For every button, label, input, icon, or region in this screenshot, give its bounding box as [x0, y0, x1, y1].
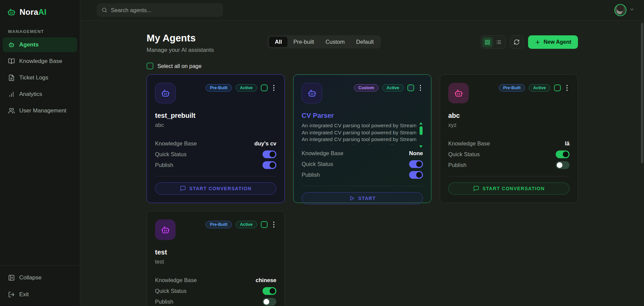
sidebar-section-label: MANAGEMENT [0, 23, 80, 37]
chevron-down-icon[interactable] [629, 7, 635, 13]
knowledge-base-label: Knowledge Base [448, 140, 490, 147]
scroll-thumb[interactable] [420, 126, 423, 135]
card-select-checkbox[interactable] [407, 84, 414, 91]
card-select-checkbox[interactable] [554, 84, 561, 91]
start-conversation-button[interactable]: START CONVERSATION [448, 182, 570, 195]
status-badge: Active [236, 221, 257, 228]
bot-icon [160, 225, 171, 235]
user-avatar[interactable] [614, 4, 626, 16]
publish-toggle[interactable] [409, 171, 423, 179]
search-box[interactable] [97, 3, 223, 17]
scroll-down-icon[interactable] [419, 145, 423, 148]
sidebar-item-ticket-logs[interactable]: Ticket Logs [3, 70, 77, 85]
agent-card-cv-parser[interactable]: Custom Active CV Parser An integrated CV… [293, 74, 431, 203]
knowledge-base-value: None [409, 150, 423, 157]
agent-avatar [155, 83, 176, 103]
status-badge: Active [382, 84, 404, 92]
more-menu-icon[interactable] [271, 220, 277, 229]
knowledge-base-label: Knowledge Base [155, 277, 197, 283]
knowledge-base-value: chinese [256, 277, 276, 283]
list-icon [496, 39, 501, 45]
agent-subtitle: abc [155, 122, 276, 128]
status-badge: Active [529, 84, 550, 92]
panel-left-close-icon [8, 274, 15, 281]
publish-label: Publish [448, 162, 466, 168]
page-subtitle: Manage your AI assistants [147, 47, 214, 54]
tab-default[interactable]: Default [350, 37, 379, 47]
main-content: My Agents Manage your AI assistants All … [81, 21, 644, 306]
search-input[interactable] [111, 7, 218, 13]
agent-name: CV Parser [302, 112, 423, 120]
agent-card-test-prebuilt[interactable]: Pre-Built Active test_prebuilt abc Knowl… [147, 74, 285, 203]
page-scrollbar[interactable] [641, 23, 643, 163]
new-agent-button[interactable]: New Agent [528, 35, 578, 49]
agent-card-grid: Pre-Built Active test_prebuilt abc Knowl… [147, 74, 578, 306]
view-toggle [481, 35, 505, 49]
select-all-label: Select all on page [157, 63, 202, 69]
status-badge: Active [236, 84, 257, 92]
more-menu-icon[interactable] [564, 83, 570, 92]
sidebar: NoraAI MANAGEMENT Agents Knowledge Base … [0, 0, 80, 306]
page-title: My Agents [147, 33, 214, 44]
card-select-checkbox[interactable] [261, 84, 268, 91]
agent-name: abc [448, 112, 570, 120]
sidebar-exit-button[interactable]: Exit [3, 287, 77, 302]
more-menu-icon[interactable] [418, 83, 423, 92]
quick-status-toggle[interactable] [263, 287, 276, 295]
agent-description: An integrated CV parsing tool powered by… [302, 122, 416, 145]
start-button[interactable]: START [302, 192, 423, 204]
bot-icon [8, 41, 15, 48]
publish-toggle[interactable] [263, 298, 276, 306]
sidebar-item-agents[interactable]: Agents [3, 37, 77, 52]
quick-status-label: Quick Status [155, 151, 187, 158]
select-all-checkbox[interactable] [147, 63, 153, 69]
list-view-button[interactable] [493, 37, 504, 47]
publish-label: Publish [155, 299, 173, 305]
agent-name: test_prebuilt [155, 112, 276, 120]
agent-avatar [448, 83, 469, 103]
refresh-icon [514, 39, 520, 45]
knowledge-base-value: lă [565, 140, 570, 147]
sidebar-item-analytics[interactable]: Analytics [3, 87, 77, 102]
sidebar-item-user-management[interactable]: User Management [3, 103, 77, 118]
publish-toggle[interactable] [556, 161, 570, 169]
brand-name: NoraAI [20, 7, 47, 17]
type-badge: Custom [354, 84, 378, 92]
tab-pre-built[interactable]: Pre-built [287, 37, 319, 47]
book-open-icon [8, 58, 15, 65]
agent-card-abc[interactable]: Pre-Built Active abc xyz Knowledge Base … [440, 74, 578, 203]
agent-subtitle: test [155, 259, 276, 265]
type-badge: Pre-Built [499, 84, 525, 92]
quick-status-toggle[interactable] [263, 150, 276, 158]
grid-view-button[interactable] [482, 37, 493, 47]
quick-status-toggle[interactable] [409, 160, 423, 168]
sidebar-collapse-button[interactable]: Collapse [3, 270, 77, 285]
bot-icon [307, 88, 317, 98]
tab-custom[interactable]: Custom [320, 37, 350, 47]
sidebar-item-knowledge-base[interactable]: Knowledge Base [3, 54, 77, 69]
quick-status-toggle[interactable] [556, 150, 570, 158]
quick-status-label: Quick Status [155, 288, 187, 294]
tab-all[interactable]: All [269, 37, 287, 47]
quick-status-label: Quick Status [448, 151, 480, 158]
brand-logo: NoraAI [0, 0, 80, 23]
knowledge-base-label: Knowledge Base [155, 140, 197, 147]
refresh-button[interactable] [510, 35, 524, 49]
publish-toggle[interactable] [263, 161, 276, 169]
chat-icon [180, 185, 186, 192]
start-conversation-button[interactable]: START CONVERSATION [155, 182, 276, 195]
bot-icon [454, 88, 464, 98]
description-scrollbar[interactable] [419, 122, 423, 148]
log-out-icon [8, 291, 15, 298]
bot-icon [160, 88, 171, 98]
chat-icon [473, 185, 479, 192]
agent-card-test[interactable]: Pre-Built Active test test Knowledge Bas… [147, 211, 285, 306]
card-select-checkbox[interactable] [261, 221, 268, 228]
publish-label: Publish [155, 162, 173, 168]
agent-avatar [155, 219, 176, 240]
more-menu-icon[interactable] [271, 83, 277, 92]
type-badge: Pre-Built [206, 84, 232, 92]
agent-avatar [302, 83, 322, 103]
agent-subtitle: xyz [448, 122, 570, 128]
scroll-up-icon[interactable] [419, 122, 423, 125]
